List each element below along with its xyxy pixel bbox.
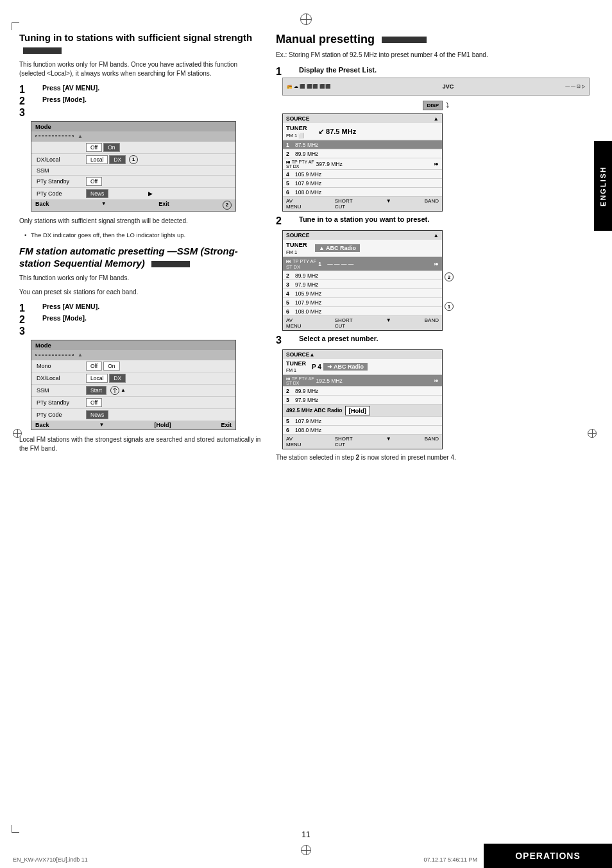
screen2-row4: 4105.9 MHz (283, 289, 442, 298)
step1-ssm: 1 Press [AV MENU]. (19, 303, 263, 314)
footer-right: 07.12.17 5:46:11 PM (423, 856, 477, 863)
circle-1-annotation: 1 (443, 302, 454, 311)
right-column: Manual presetting Ex.: Storing FM statio… (276, 32, 590, 823)
screen2-header: SOURCE ▲ (283, 231, 442, 240)
manual-example: Ex.: Storing FM station of 92.5 MHz into… (276, 51, 590, 60)
right-step2: 2 Tune in to a station you want to prese… (276, 215, 590, 328)
mode-title-2: Mode (31, 340, 235, 350)
abc-radio-label-2: ➜ ABC Radio (323, 363, 368, 371)
section-ssm: FM station automatic presetting —SSM (St… (19, 246, 263, 454)
screen3-row6: 6108.0 MHz (283, 426, 442, 435)
mode-row-offon: Off On (31, 142, 235, 154)
ssm-body2: You can preset six stations for each ban… (19, 288, 263, 297)
screen1-row1: 187.5 MHz (283, 140, 442, 149)
heading-bar-manual (382, 37, 427, 43)
corner-mark-tl (12, 22, 19, 30)
screen2-footer: AVMENU SHORTCUT ▼ BAND (283, 316, 442, 330)
step1-tuning: 1 Press [AV MENU]. (19, 84, 263, 96)
mode-row-dxlocal: DX/Local Local DX 1 (31, 154, 235, 166)
main-layout: Tuning in to stations with sufficient si… (19, 32, 590, 823)
step3-tuning: 3 (19, 107, 263, 119)
screen1-row2: 289.9 MHz (283, 149, 442, 158)
mode-screen-2: Mode ▲ Mono Off On D (31, 340, 236, 430)
ssm-after-text: Local FM stations with the strongest sig… (19, 435, 263, 454)
mode-title-1: Mode (31, 122, 235, 131)
screen2-row5: 5107.9 MHz (283, 298, 442, 307)
step3-ssm: 3 (19, 326, 263, 337)
screen3-row2: 289.9 MHz (283, 387, 442, 396)
screen1-footer: AVMENU SHORTCUT ▼ BAND (283, 197, 442, 211)
step2-tuning: 2 Press [Mode]. (19, 96, 263, 107)
jvc-display: 📻 ☁ ⬛ ⬛⬛ ⬛⬛ JVC — — ⊡ ▷ (282, 78, 590, 96)
english-tab: ENGLISH (594, 141, 612, 231)
mode-row-dxlocal2: DX/Local Local DX (31, 372, 235, 385)
footer: EN_KW-AVX710[EU].indb 11 07.12.17 5:46:1… (13, 856, 477, 863)
disp-button[interactable]: DISP (423, 101, 443, 110)
screen2: SOURCE ▲ TUNERFM 1 ▲ ABC Radio ⏮ TP PTY … (282, 230, 443, 331)
section-tuning-body: This function works only for FM bands. O… (19, 60, 263, 79)
hold-label: [Hold] (154, 422, 171, 428)
corner-mark-bl (12, 825, 19, 833)
mode-row-pty-code2: PTy Code News (31, 409, 235, 421)
p4-label: P 4 (312, 363, 321, 371)
circle-2-annotation: 2 (443, 272, 454, 281)
jvc-device: 📻 ☁ ⬛ ⬛⬛ ⬛⬛ JVC — — ⊡ ▷ DISP ⤵ (282, 78, 590, 110)
screen1: SOURCE ▲ TUNERFM 1 ⬜ ↙ 87.5 MHz 187.5 MH… (282, 113, 443, 212)
screen3-row1: ⏮ TP PTY AFST DX 192.5 MHz ⏭ (283, 375, 442, 387)
right-step1: 1 Display the Preset List. 📻 ☁ ⬛ ⬛⬛ ⬛⬛ J… (276, 66, 590, 209)
mode-row-mono: Mono Off On (31, 360, 235, 372)
operations-label: OPERATIONS (515, 851, 581, 861)
section-ssm-heading: FM station automatic presetting —SSM (St… (19, 246, 263, 270)
screen3-row5: 5107.9 MHz (283, 417, 442, 426)
screen1-header: SOURCE ▲ (283, 114, 442, 123)
section-tuning: Tuning in to stations with sufficient si… (19, 32, 263, 239)
mode-row-ssm2: SSM Start ▲ (31, 385, 235, 397)
section-tuning-heading: Tuning in to stations with sufficient si… (19, 32, 263, 56)
screen3: SOURCE▲ TUNERFM 1 P 4 ➜ ABC Radio ⏮ TP P… (282, 349, 443, 449)
tuning-bullet: The DX indicator goes off, then the LO i… (24, 231, 263, 239)
screen1-row4: 4105.9 MHz (283, 170, 442, 179)
screen2-row2: 289.9 MHz (283, 271, 442, 280)
mode-row-ssm: SSM (31, 166, 235, 176)
screen3-footer: AVMENU SHORTCUT ▼ BAND (283, 435, 442, 449)
manual-presetting-heading: Manual presetting (276, 32, 590, 47)
screen1-tuner-row: TUNERFM 1 ⬜ ↙ 87.5 MHz (283, 123, 442, 140)
screen1-row3-wrap: ⏮ TP PTY AFST DX 397.9 MHz ⏭ (283, 158, 442, 170)
mode-row-pty-code: PTy Code News ▶ (31, 188, 235, 199)
mode-screen-1: Mode ▲ Off On DX/Lo (31, 121, 236, 212)
operations-bar: OPERATIONS (484, 844, 612, 868)
final-note: The station selected in step 2 is now st… (276, 453, 590, 462)
top-crosshair (300, 13, 312, 26)
bottom-crosshair (301, 845, 311, 855)
screen2-tuner-row: TUNERFM 1 ▲ ABC Radio (283, 240, 442, 257)
step2-ssm: 2 Press [Mode]. (19, 314, 263, 326)
mode-footer-1: Back ▼ Exit 2 (31, 199, 235, 211)
screen2-row3: 397.9 MHz (283, 280, 442, 289)
hold-badge: [Hold] (345, 406, 370, 415)
screen2-row6: 6108.0 MHz (283, 307, 442, 316)
screen3-row3: 397.9 MHz (283, 396, 442, 405)
heading-bar (23, 47, 62, 54)
page-number: 11 (302, 830, 310, 839)
mode-footer-2: Back ▼ [Hold] Exit (31, 421, 235, 430)
right-step3: 3 Select a preset number. SOURCE▲ TUNERF… (276, 335, 590, 447)
screen2-row1: ⏮ TP PTY AFST DX 1— — — — ⏭ (283, 257, 442, 271)
footer-left: EN_KW-AVX710[EU].indb 11 (13, 856, 88, 863)
tuning-after-text: Only stations with sufficient signal str… (19, 217, 263, 226)
screen3-tuner-row: TUNERFM 1 P 4 ➜ ABC Radio (283, 359, 442, 375)
screen3-row4: 4 92.5 MHz ABC Radio [Hold] (283, 405, 442, 417)
page: ENGLISH Tuning in to stations with suffi… (0, 0, 612, 868)
mode-row-pty-standby: PTy Standby Off (31, 176, 235, 188)
mode-row-pty-standby2: PTy Standby Off (31, 397, 235, 409)
screen1-row5: 5107.9 MHz (283, 179, 442, 188)
screen1-row6: 6108.0 MHz (283, 188, 442, 197)
screen3-header: SOURCE▲ (283, 350, 442, 359)
heading-bar-ssm (151, 261, 190, 267)
abc-radio-label: ▲ ABC Radio (315, 244, 360, 252)
ssm-body1: This function works only for FM bands. (19, 274, 263, 283)
left-column: Tuning in to stations with sufficient si… (19, 32, 263, 823)
